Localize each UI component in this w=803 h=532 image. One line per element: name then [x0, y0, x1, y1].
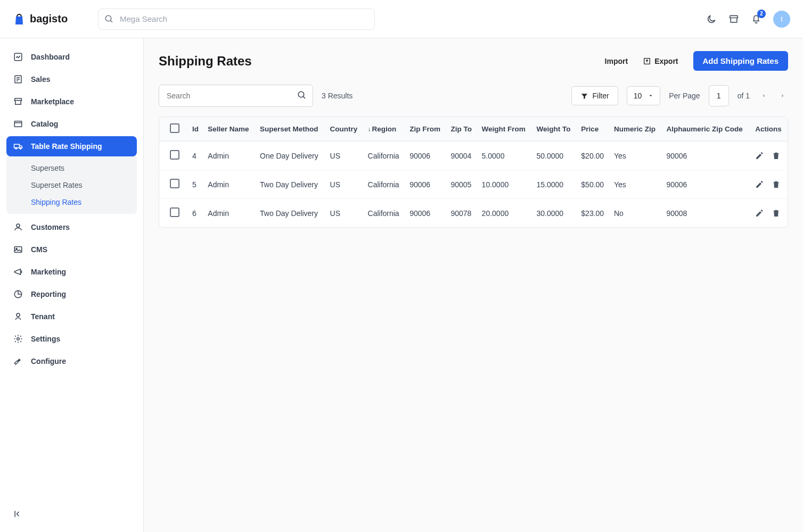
export-button[interactable]: Export [643, 57, 678, 65]
table-row: 6AdminTwo Day DeliveryUSCalifornia900069… [159, 199, 788, 228]
notifications-button[interactable]: 2 [751, 14, 761, 24]
search-icon[interactable] [297, 90, 307, 100]
bag-icon [13, 13, 26, 26]
delete-button[interactable] [772, 209, 781, 218]
cell-seller: Admin [203, 142, 256, 170]
import-button[interactable]: Import [605, 57, 628, 65]
sidebar-sub-shipping-rates[interactable]: Shipping Rates [6, 194, 137, 211]
cell-country: US [326, 142, 364, 170]
col-id[interactable]: Id [188, 117, 203, 142]
col-region[interactable]: ↓Region [364, 117, 406, 142]
edit-button[interactable] [755, 151, 764, 160]
sidebar-item-customers[interactable]: Customers [6, 217, 137, 237]
page-actions: Import Export Add Shipping Rates [605, 51, 788, 71]
cell-seller: Admin [203, 170, 256, 199]
col-zip-from[interactable]: Zip From [405, 117, 446, 142]
cell-method: Two Day Delivery [256, 170, 325, 199]
export-icon [643, 57, 651, 65]
user-avatar[interactable]: t [773, 11, 790, 28]
col-weight-to[interactable]: Weight To [532, 117, 577, 142]
cell-weight-from: 5.0000 [478, 142, 532, 170]
sidebar-item-label: Configure [31, 357, 66, 365]
sidebar-item-cms[interactable]: CMS [6, 239, 137, 260]
gear-icon [13, 334, 23, 344]
page-header: Shipping Rates Import Export Add Shippin… [159, 48, 788, 71]
cell-alpha-zip: 90006 [662, 170, 751, 199]
dashboard-icon [13, 52, 23, 62]
cell-id: 6 [188, 199, 203, 228]
sidebar: Dashboard Sales Marketplace Catalog Tabl… [0, 38, 144, 532]
col-weight-from[interactable]: Weight From [478, 117, 532, 142]
col-alpha-zip[interactable]: Alphaumeric Zip Code [662, 117, 751, 142]
col-seller[interactable]: Seller Name [203, 117, 256, 142]
cell-weight-to: 50.0000 [532, 142, 577, 170]
shipping-icon [13, 142, 23, 151]
table-search-input[interactable] [159, 85, 313, 107]
notification-badge: 2 [757, 10, 766, 18]
marketplace-icon [13, 97, 23, 106]
svg-point-16 [17, 313, 20, 317]
export-label: Export [654, 57, 678, 65]
page-of-label: of 1 [738, 92, 750, 100]
sidebar-submenu: Supersets Superset Rates Shipping Rates [6, 156, 137, 214]
edit-button[interactable] [755, 180, 764, 189]
next-page-button[interactable] [777, 90, 788, 101]
cell-numeric-zip: Yes [610, 170, 662, 199]
store-icon[interactable] [728, 14, 739, 24]
cell-price: $23.00 [577, 199, 610, 228]
table-row: 4AdminOne Day DeliveryUSCalifornia900069… [159, 142, 788, 170]
brand-logo[interactable]: bagisto [13, 13, 87, 26]
dark-mode-toggle[interactable] [706, 14, 717, 24]
sidebar-sub-superset-rates[interactable]: Superset Rates [6, 177, 137, 194]
cell-numeric-zip: No [610, 199, 662, 228]
col-price[interactable]: Price [577, 117, 610, 142]
col-zip-to[interactable]: Zip To [446, 117, 477, 142]
sidebar-item-marketplace[interactable]: Marketplace [6, 92, 137, 112]
svg-rect-13 [14, 247, 22, 253]
cms-icon [13, 245, 23, 254]
col-numeric-zip[interactable]: Numeric Zip [610, 117, 662, 142]
prev-page-button[interactable] [758, 90, 769, 101]
cell-country: US [326, 170, 364, 199]
sidebar-sub-supersets[interactable]: Supersets [6, 160, 137, 177]
top-header: bagisto 2 t [0, 0, 803, 38]
cell-zip-from: 90006 [405, 142, 446, 170]
filter-button[interactable]: Filter [571, 86, 618, 105]
sidebar-item-reporting[interactable]: Reporting [6, 284, 137, 304]
sidebar-item-table-rate-shipping[interactable]: Table Rate Shipping [6, 136, 137, 156]
cell-zip-to: 90004 [446, 142, 477, 170]
search-icon [104, 14, 114, 24]
sidebar-item-label: Customers [31, 223, 70, 231]
cell-zip-to: 90005 [446, 170, 477, 199]
edit-button[interactable] [755, 209, 764, 218]
delete-button[interactable] [772, 180, 781, 189]
sidebar-item-marketing[interactable]: Marketing [6, 262, 137, 282]
select-all-checkbox[interactable] [170, 123, 179, 133]
sidebar-item-settings[interactable]: Settings [6, 329, 137, 349]
svg-point-0 [105, 15, 111, 21]
sidebar-item-label: Table Rate Shipping [31, 142, 102, 151]
cell-price: $50.00 [577, 170, 610, 199]
sidebar-item-configure[interactable]: Configure [6, 351, 137, 371]
sidebar-item-catalog[interactable]: Catalog [6, 114, 137, 134]
sidebar-item-tenant[interactable]: Tenant [6, 306, 137, 327]
filter-label: Filter [593, 92, 609, 100]
per-page-select[interactable]: 10 [627, 86, 661, 105]
add-shipping-rates-button[interactable]: Add Shipping Rates [693, 51, 789, 71]
tenant-icon [13, 312, 23, 321]
row-checkbox[interactable] [170, 207, 179, 217]
mega-search-input[interactable] [98, 9, 375, 30]
sidebar-item-label: Sales [31, 75, 51, 84]
sidebar-item-label: Settings [31, 335, 60, 343]
sidebar-collapse-button[interactable] [13, 509, 23, 519]
sidebar-item-sales[interactable]: Sales [6, 69, 137, 89]
delete-button[interactable] [772, 151, 781, 160]
row-checkbox[interactable] [170, 179, 179, 188]
row-checkbox[interactable] [170, 150, 179, 160]
col-method[interactable]: Superset Method [256, 117, 325, 142]
header-actions: 2 t [706, 11, 790, 28]
col-country[interactable]: Country [326, 117, 364, 142]
table-header-row: Id Seller Name Superset Method Country ↓… [159, 117, 788, 142]
page-number-input[interactable]: 1 [709, 85, 729, 106]
sidebar-item-dashboard[interactable]: Dashboard [6, 47, 137, 67]
